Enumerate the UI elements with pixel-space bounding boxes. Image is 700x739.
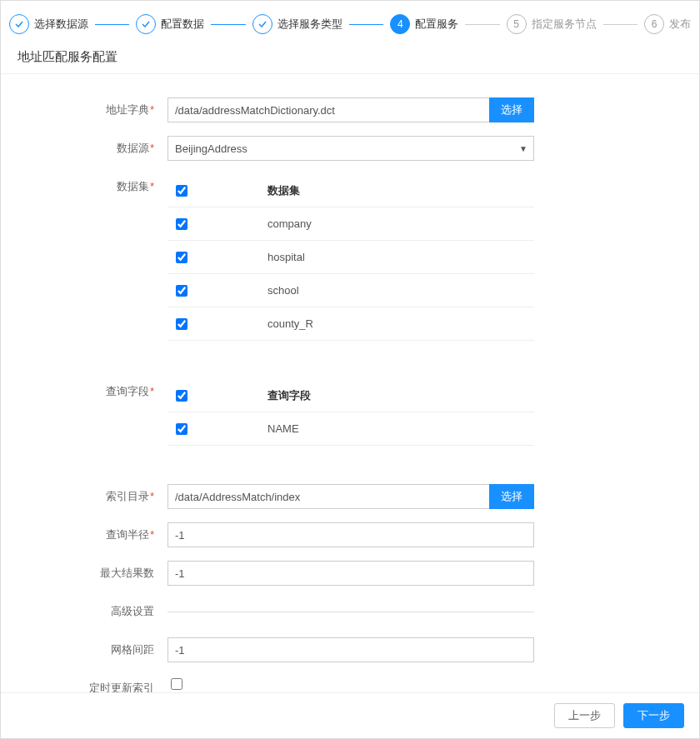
step-1: 选择数据源 <box>9 14 88 34</box>
prev-button[interactable]: 上一步 <box>554 703 615 728</box>
cron-update-checkbox[interactable] <box>171 678 182 690</box>
dataset-row-name: company <box>268 217 534 230</box>
choose-address-dict-button[interactable]: 选择 <box>489 97 534 122</box>
step-3: 选择服务类型 <box>252 14 342 34</box>
step-label: 配置服务 <box>415 17 458 32</box>
step-5: 5 指定服务节点 <box>507 14 597 34</box>
query-radius-input[interactable] <box>168 522 534 547</box>
step-connector <box>211 24 245 25</box>
max-results-input[interactable] <box>168 561 534 586</box>
step-2: 配置数据 <box>136 14 204 34</box>
advanced-divider <box>168 612 534 612</box>
page-title: 地址匹配服务配置 <box>1 42 699 74</box>
dataset-row-checkbox[interactable] <box>176 285 188 297</box>
next-button[interactable]: 下一步 <box>623 703 684 728</box>
wizard-stepper: 选择数据源 配置数据 选择服务类型 4 配置服务 5 指定服务节点 6 <box>1 1 699 42</box>
step-6: 6 发布 <box>644 14 691 34</box>
table-row: hospital <box>168 241 534 274</box>
grid-spacing-input[interactable] <box>168 637 534 662</box>
step-label: 指定服务节点 <box>532 17 597 32</box>
check-icon <box>9 14 29 34</box>
table-row: county_R <box>168 307 534 341</box>
label-query-radius: 查询半径* <box>18 522 168 547</box>
label-index-dir: 索引目录* <box>18 484 168 509</box>
label-max-results: 最大结果数 <box>18 561 168 586</box>
query-field-table: 查询字段 NAME <box>168 379 534 446</box>
queryfield-header-label: 查询字段 <box>268 388 534 403</box>
step-connector <box>603 24 638 25</box>
table-header-row: 数据集 <box>168 174 534 207</box>
queryfield-row-name: NAME <box>268 422 534 435</box>
step-label: 发布 <box>669 17 691 32</box>
dataset-header-label: 数据集 <box>268 183 534 198</box>
label-datasource: 数据源* <box>18 136 168 161</box>
dataset-row-checkbox[interactable] <box>176 252 188 263</box>
table-header-row: 查询字段 <box>168 379 534 412</box>
step-connector <box>349 24 383 25</box>
table-row: NAME <box>168 412 534 446</box>
dataset-row-name: school <box>268 284 534 297</box>
label-address-dict: 地址字典* <box>18 97 168 122</box>
check-icon <box>252 14 272 34</box>
check-icon <box>136 14 156 34</box>
queryfield-selectall-checkbox[interactable] <box>176 390 188 402</box>
step-label: 配置数据 <box>161 17 204 32</box>
step-4: 4 配置服务 <box>390 14 458 34</box>
step-connector <box>465 24 499 25</box>
step-label: 选择数据源 <box>34 17 88 32</box>
queryfield-row-checkbox[interactable] <box>176 423 188 435</box>
dataset-row-checkbox[interactable] <box>176 218 188 230</box>
step-number-icon: 6 <box>644 14 664 34</box>
index-dir-input[interactable] <box>168 484 489 509</box>
dataset-table: 数据集 company hospital school county_R <box>168 174 534 341</box>
dataset-row-checkbox[interactable] <box>176 318 188 330</box>
dataset-row-name: hospital <box>268 251 534 263</box>
step-connector <box>95 24 129 25</box>
table-row: company <box>168 207 534 241</box>
datasource-select[interactable] <box>168 136 534 161</box>
dataset-selectall-checkbox[interactable] <box>176 185 188 197</box>
label-query-field: 查询字段* <box>18 379 168 404</box>
choose-index-dir-button[interactable]: 选择 <box>489 484 534 509</box>
address-dict-input[interactable] <box>168 97 489 122</box>
step-number-icon: 5 <box>507 14 527 34</box>
table-row: school <box>168 274 534 307</box>
wizard-footer: 上一步 下一步 <box>1 692 699 738</box>
step-label: 选择服务类型 <box>278 17 342 32</box>
label-grid-spacing: 网格间距 <box>18 637 168 662</box>
label-advanced: 高级设置 <box>18 599 168 624</box>
step-number-icon: 4 <box>390 14 410 34</box>
label-dataset: 数据集* <box>18 174 168 199</box>
dataset-row-name: county_R <box>268 317 534 330</box>
